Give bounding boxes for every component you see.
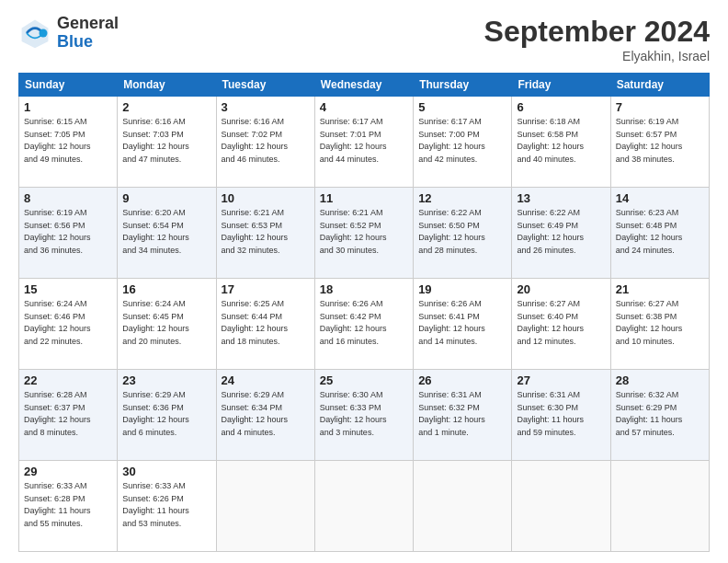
day-info: Sunrise: 6:18 AM Sunset: 6:58 PM Dayligh…	[517, 116, 605, 166]
day-number: 30	[122, 465, 210, 478]
day-info: Sunrise: 6:17 AM Sunset: 7:00 PM Dayligh…	[418, 116, 506, 166]
table-row	[414, 461, 512, 552]
table-row	[512, 461, 610, 552]
day-info: Sunrise: 6:16 AM Sunset: 7:03 PM Dayligh…	[122, 116, 210, 166]
day-number: 24	[222, 373, 310, 387]
table-row: 11Sunrise: 6:21 AM Sunset: 6:52 PM Dayli…	[314, 188, 413, 279]
day-number: 9	[122, 191, 210, 205]
day-info: Sunrise: 6:25 AM Sunset: 6:44 PM Dayligh…	[222, 298, 310, 348]
table-row: 24Sunrise: 6:29 AM Sunset: 6:34 PM Dayli…	[216, 370, 314, 461]
calendar-week-row: 22Sunrise: 6:28 AM Sunset: 6:37 PM Dayli…	[19, 370, 710, 461]
day-info: Sunrise: 6:33 AM Sunset: 6:28 PM Dayligh…	[24, 480, 112, 530]
table-row: 27Sunrise: 6:31 AM Sunset: 6:30 PM Dayli…	[512, 370, 610, 461]
table-row: 26Sunrise: 6:31 AM Sunset: 6:32 PM Dayli…	[414, 370, 512, 461]
table-row: 14Sunrise: 6:23 AM Sunset: 6:48 PM Dayli…	[610, 188, 709, 279]
day-info: Sunrise: 6:29 AM Sunset: 6:34 PM Dayligh…	[222, 389, 310, 439]
table-row: 23Sunrise: 6:29 AM Sunset: 6:36 PM Dayli…	[118, 370, 216, 461]
table-row: 28Sunrise: 6:32 AM Sunset: 6:29 PM Dayli…	[610, 370, 709, 461]
day-number: 5	[418, 100, 506, 114]
day-info: Sunrise: 6:17 AM Sunset: 7:01 PM Dayligh…	[320, 116, 408, 166]
title-block: September 2024 Elyakhin, Israel	[484, 15, 710, 63]
day-info: Sunrise: 6:19 AM Sunset: 6:56 PM Dayligh…	[24, 207, 112, 257]
table-row: 8Sunrise: 6:19 AM Sunset: 6:56 PM Daylig…	[19, 188, 118, 279]
day-number: 6	[517, 100, 605, 114]
day-info: Sunrise: 6:31 AM Sunset: 6:32 PM Dayligh…	[418, 389, 506, 439]
day-number: 18	[320, 282, 408, 296]
day-number: 15	[24, 282, 112, 296]
calendar-week-row: 15Sunrise: 6:24 AM Sunset: 6:46 PM Dayli…	[19, 279, 710, 370]
day-number: 7	[616, 100, 704, 114]
day-info: Sunrise: 6:19 AM Sunset: 6:57 PM Dayligh…	[616, 116, 704, 166]
day-number: 16	[122, 282, 210, 296]
table-row: 17Sunrise: 6:25 AM Sunset: 6:44 PM Dayli…	[216, 279, 314, 370]
calendar-table: Sunday Monday Tuesday Wednesday Thursday…	[18, 73, 710, 552]
day-info: Sunrise: 6:22 AM Sunset: 6:49 PM Dayligh…	[517, 207, 605, 257]
table-row: 1Sunrise: 6:15 AM Sunset: 7:05 PM Daylig…	[19, 97, 118, 188]
table-row: 19Sunrise: 6:26 AM Sunset: 6:41 PM Dayli…	[414, 279, 512, 370]
day-info: Sunrise: 6:30 AM Sunset: 6:33 PM Dayligh…	[320, 389, 408, 439]
table-row: 10Sunrise: 6:21 AM Sunset: 6:53 PM Dayli…	[216, 188, 314, 279]
day-number: 21	[616, 282, 704, 296]
day-info: Sunrise: 6:26 AM Sunset: 6:41 PM Dayligh…	[418, 298, 506, 348]
logo-text: General Blue	[57, 15, 119, 52]
day-number: 2	[122, 100, 210, 114]
calendar-week-row: 8Sunrise: 6:19 AM Sunset: 6:56 PM Daylig…	[19, 188, 710, 279]
day-info: Sunrise: 6:27 AM Sunset: 6:40 PM Dayligh…	[517, 298, 605, 348]
day-info: Sunrise: 6:16 AM Sunset: 7:02 PM Dayligh…	[222, 116, 310, 166]
table-row: 5Sunrise: 6:17 AM Sunset: 7:00 PM Daylig…	[414, 97, 512, 188]
day-info: Sunrise: 6:22 AM Sunset: 6:50 PM Dayligh…	[418, 207, 506, 257]
table-row: 20Sunrise: 6:27 AM Sunset: 6:40 PM Dayli…	[512, 279, 610, 370]
day-number: 27	[517, 373, 605, 387]
table-row: 4Sunrise: 6:17 AM Sunset: 7:01 PM Daylig…	[314, 97, 413, 188]
day-number: 22	[24, 373, 112, 387]
col-wednesday: Wednesday	[314, 74, 413, 97]
table-row: 25Sunrise: 6:30 AM Sunset: 6:33 PM Dayli…	[314, 370, 413, 461]
day-number: 19	[418, 282, 506, 296]
table-row: 9Sunrise: 6:20 AM Sunset: 6:54 PM Daylig…	[118, 188, 216, 279]
day-number: 1	[24, 100, 112, 114]
logo-blue-text: Blue	[57, 33, 119, 52]
day-number: 11	[320, 191, 408, 205]
col-sunday: Sunday	[19, 74, 118, 97]
table-row: 2Sunrise: 6:16 AM Sunset: 7:03 PM Daylig…	[118, 97, 216, 188]
table-row: 15Sunrise: 6:24 AM Sunset: 6:46 PM Dayli…	[19, 279, 118, 370]
day-number: 4	[320, 100, 408, 114]
header: General Blue September 2024 Elyakhin, Is…	[18, 15, 710, 63]
table-row	[314, 461, 413, 552]
col-friday: Friday	[512, 74, 610, 97]
table-row	[216, 461, 314, 552]
logo: General Blue	[18, 15, 119, 52]
col-thursday: Thursday	[414, 74, 512, 97]
day-number: 10	[222, 191, 310, 205]
day-info: Sunrise: 6:26 AM Sunset: 6:42 PM Dayligh…	[320, 298, 408, 348]
day-info: Sunrise: 6:31 AM Sunset: 6:30 PM Dayligh…	[517, 389, 605, 439]
day-info: Sunrise: 6:29 AM Sunset: 6:36 PM Dayligh…	[122, 389, 210, 439]
table-row: 3Sunrise: 6:16 AM Sunset: 7:02 PM Daylig…	[216, 97, 314, 188]
table-row: 21Sunrise: 6:27 AM Sunset: 6:38 PM Dayli…	[610, 279, 709, 370]
day-info: Sunrise: 6:27 AM Sunset: 6:38 PM Dayligh…	[616, 298, 704, 348]
svg-point-1	[40, 29, 48, 37]
day-number: 26	[418, 373, 506, 387]
day-info: Sunrise: 6:23 AM Sunset: 6:48 PM Dayligh…	[616, 207, 704, 257]
header-row: Sunday Monday Tuesday Wednesday Thursday…	[19, 74, 710, 97]
day-number: 29	[24, 465, 112, 478]
day-info: Sunrise: 6:32 AM Sunset: 6:29 PM Dayligh…	[616, 389, 704, 439]
logo-general-text: General	[57, 15, 119, 33]
day-info: Sunrise: 6:21 AM Sunset: 6:52 PM Dayligh…	[320, 207, 408, 257]
calendar-week-row: 29Sunrise: 6:33 AM Sunset: 6:28 PM Dayli…	[19, 461, 710, 552]
calendar-week-row: 1Sunrise: 6:15 AM Sunset: 7:05 PM Daylig…	[19, 97, 710, 188]
month-title: September 2024	[484, 15, 710, 49]
day-info: Sunrise: 6:24 AM Sunset: 6:45 PM Dayligh…	[122, 298, 210, 348]
day-info: Sunrise: 6:28 AM Sunset: 6:37 PM Dayligh…	[24, 389, 112, 439]
table-row: 29Sunrise: 6:33 AM Sunset: 6:28 PM Dayli…	[19, 461, 118, 552]
day-number: 28	[616, 373, 704, 387]
table-row: 16Sunrise: 6:24 AM Sunset: 6:45 PM Dayli…	[118, 279, 216, 370]
table-row: 30Sunrise: 6:33 AM Sunset: 6:26 PM Dayli…	[118, 461, 216, 552]
table-row: 18Sunrise: 6:26 AM Sunset: 6:42 PM Dayli…	[314, 279, 413, 370]
day-number: 12	[418, 191, 506, 205]
day-number: 13	[517, 191, 605, 205]
col-monday: Monday	[118, 74, 216, 97]
page: General Blue September 2024 Elyakhin, Is…	[0, 0, 728, 563]
day-info: Sunrise: 6:33 AM Sunset: 6:26 PM Dayligh…	[122, 480, 210, 530]
day-number: 25	[320, 373, 408, 387]
